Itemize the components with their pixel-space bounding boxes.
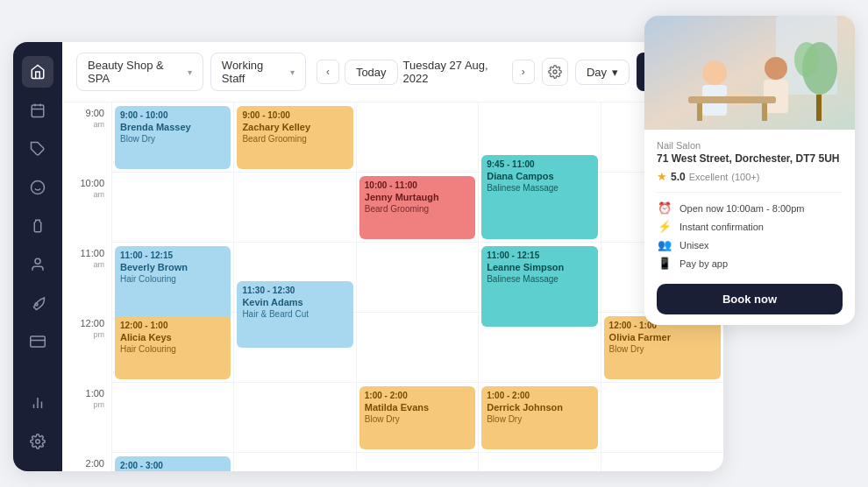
rating-count: (100+)	[731, 172, 759, 182]
feature-confirmation-text: Instant confirmation	[679, 222, 764, 232]
phone-icon: 📱	[657, 257, 672, 270]
time-slot-10am: 10:00am	[62, 174, 111, 244]
prev-date-button[interactable]: ‹	[317, 60, 339, 84]
time-slot-9am: 9:00am	[62, 104, 111, 174]
calendar-card: Beauty Shop & SPA ▾ Working Staff ▾ ‹ To…	[13, 42, 723, 471]
sidebar-item-tags[interactable]	[22, 133, 53, 165]
staff-selector[interactable]: Working Staff ▾	[210, 53, 306, 91]
svg-point-9	[32, 181, 45, 194]
appointment-zachary-kelley[interactable]: 9:00 - 10:00 Zachary Kelley Beard Groomi…	[237, 106, 352, 169]
shop-chevron-icon: ▾	[188, 67, 192, 77]
view-selector[interactable]: Day ▾	[575, 60, 630, 85]
appointment-leanne-simpson[interactable]: 11:00 - 12:15 Leanne Simpson Balinese Ma…	[481, 246, 597, 327]
time-slot-1pm: 1:00pm	[62, 385, 111, 455]
feature-confirmation: ⚡ Instant confirmation	[657, 220, 843, 233]
appointment-matilda-evans[interactable]: 1:00 - 2:00 Matilda Evans Blow Dry	[359, 386, 475, 449]
appointment-kevin-adams[interactable]: 11:30 - 12:30 Kevin Adams Hair & Beard C…	[237, 281, 352, 348]
grid-columns: 9:00 - 10:00 Brenda Massey Blow Dry 11:0…	[111, 102, 723, 471]
sidebar	[13, 42, 62, 471]
appointment-beverly-brown[interactable]: 11:00 - 12:15 Beverly Brown Hair Colouri…	[115, 246, 231, 325]
appointment-diana-campos[interactable]: 9:45 - 11:00 Diana Campos Balinese Massa…	[481, 155, 597, 239]
clock-icon: ⏰	[657, 201, 672, 215]
svg-rect-33	[762, 103, 767, 121]
time-column: 9:00am 10:00am 11:00am 12:00pm 1:00pm	[62, 102, 111, 471]
appointment-alicia-keys[interactable]: 12:00 - 1:00 Alicia Keys Hair Colouring	[115, 316, 231, 379]
sidebar-item-settings[interactable]	[22, 426, 53, 457]
appointment-brenda-massey[interactable]: 9:00 - 10:00 Brenda Massey Blow Dry	[115, 106, 231, 169]
appointment-derrick-johnson[interactable]: 1:00 - 2:00 Derrick Johnson Blow Dry	[481, 386, 597, 449]
rating-label: Excellent	[689, 172, 729, 182]
sidebar-item-chart[interactable]	[22, 387, 53, 419]
people-icon: 👥	[657, 238, 672, 251]
time-slot-11am: 11:00am	[62, 244, 111, 314]
feature-unisex-text: Unisex	[679, 240, 709, 251]
feature-payment: 📱 Pay by app	[657, 257, 843, 270]
next-date-button[interactable]: ›	[512, 60, 535, 84]
sidebar-item-card[interactable]	[22, 326, 53, 357]
feature-hours: ⏰ Open now 10:00am - 8:00pm	[657, 201, 843, 215]
appointment-jenny-murtaugh[interactable]: 10:00 - 11:00 Jenny Murtaugh Beard Groom…	[359, 176, 475, 239]
feature-hours-text: Open now 10:00am - 8:00pm	[679, 203, 804, 214]
sidebar-item-home[interactable]	[22, 56, 53, 88]
svg-point-28	[765, 57, 787, 80]
current-date-label: Tuesday 27 Aug, 2022	[403, 59, 507, 85]
salon-image	[644, 16, 855, 130]
feature-payment-text: Pay by app	[679, 258, 728, 269]
staff-chevron-icon: ▾	[290, 67, 295, 77]
svg-point-13	[35, 303, 38, 306]
sidebar-item-user[interactable]	[22, 249, 53, 280]
salon-card: Nail Salon 71 West Street, Dorchester, D…	[644, 16, 855, 325]
view-chevron-icon: ▾	[612, 66, 618, 79]
sidebar-item-calendar[interactable]	[22, 95, 53, 126]
shop-selector[interactable]: Beauty Shop & SPA ▾	[76, 53, 203, 91]
book-now-button[interactable]: Book now	[657, 284, 843, 314]
svg-point-12	[35, 258, 40, 264]
feature-unisex: 👥 Unisex	[657, 238, 843, 251]
sidebar-item-emoji[interactable]	[22, 172, 53, 203]
appointment-mary-lee-fisher[interactable]: 2:00 - 3:00 Mary Lee Fisher Hair Colouri…	[115, 456, 231, 471]
salon-category-label: Nail Salon	[657, 140, 843, 151]
main-content: Beauty Shop & SPA ▾ Working Staff ▾ ‹ To…	[62, 42, 723, 471]
svg-point-20	[553, 70, 557, 74]
staff-column-1: 9:00 - 10:00 Brenda Massey Blow Dry 11:0…	[112, 102, 234, 471]
salon-rating: ★ 5.0 Excellent (100+)	[657, 170, 843, 183]
appointment-olivia-farmer[interactable]: 12:00 - 1:00 Olivia Farmer Blow Dry	[604, 316, 721, 379]
today-button[interactable]: Today	[345, 60, 398, 85]
rating-value: 5.0	[671, 171, 686, 183]
svg-rect-14	[31, 336, 46, 347]
sidebar-item-marketing[interactable]	[22, 287, 53, 319]
svg-point-26	[702, 60, 727, 85]
time-slot-2pm: 2:00pm	[62, 455, 111, 471]
salon-address-label: 71 West Street, Dorchester, DT7 5UH	[657, 152, 843, 165]
time-slot-12pm: 12:00pm	[62, 314, 111, 385]
staff-column-2: 9:00 - 10:00 Zachary Kelley Beard Groomi…	[234, 102, 356, 471]
sidebar-item-bottle[interactable]	[22, 210, 53, 242]
svg-rect-32	[697, 103, 702, 121]
svg-rect-31	[688, 96, 776, 103]
salon-info: Nail Salon 71 West Street, Dorchester, D…	[644, 130, 855, 325]
date-navigation: ‹ Today Tuesday 27 Aug, 2022 ›	[317, 59, 535, 85]
toolbar: Beauty Shop & SPA ▾ Working Staff ▾ ‹ To…	[62, 42, 723, 102]
svg-rect-4	[32, 105, 44, 117]
svg-point-19	[36, 440, 40, 444]
staff-column-4: 9:45 - 11:00 Diana Campos Balinese Massa…	[479, 102, 601, 471]
svg-rect-25	[816, 95, 822, 121]
staff-column-3: 10:00 - 11:00 Jenny Murtaugh Beard Groom…	[357, 102, 479, 471]
lightning-icon: ⚡	[657, 220, 672, 233]
salon-features: ⏰ Open now 10:00am - 8:00pm ⚡ Instant co…	[657, 192, 843, 270]
calendar-grid: 9:00am 10:00am 11:00am 12:00pm 1:00pm	[62, 102, 723, 471]
svg-point-24	[794, 42, 819, 77]
star-icon: ★	[657, 170, 667, 183]
calendar-settings-button[interactable]	[542, 58, 568, 86]
